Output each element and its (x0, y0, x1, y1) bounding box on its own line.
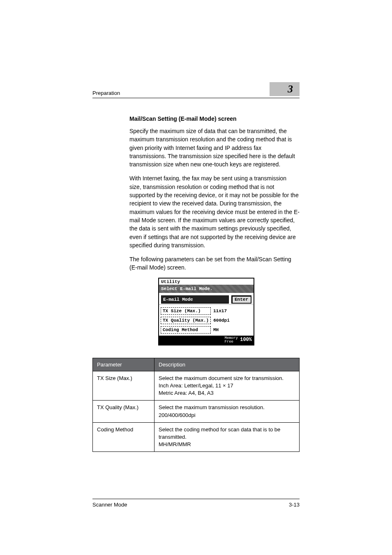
lcd-footer: Memory Free 100% (159, 336, 254, 345)
parameter-table: Parameter Description TX Size (Max.) Sel… (92, 358, 300, 452)
page-header: Preparation 3 (92, 82, 300, 98)
param-cell: TX Size (Max.) (93, 371, 154, 401)
table-row: TX Size (Max.) Select the maximum docume… (93, 371, 300, 401)
lcd-row: TX Size (Max.) 11x17 (161, 307, 252, 315)
lcd-banner: Select E-mail Mode. (159, 285, 254, 293)
tx-quality-value: 600dpi (211, 318, 230, 323)
header-section-name: Preparation (92, 90, 120, 96)
desc-cell: Select the coding method for scan data t… (154, 422, 300, 452)
lcd-mode-label: E-mail Mode (161, 295, 229, 304)
tx-size-button[interactable]: TX Size (Max.) (161, 307, 211, 315)
coding-method-value: MH (211, 327, 219, 332)
footer-page-number: 3-13 (289, 502, 300, 508)
enter-button[interactable]: Enter (231, 295, 251, 304)
lcd-title: Utility (159, 279, 254, 284)
desc-cell: Select the maximum transmission resoluti… (154, 401, 300, 422)
col-description: Description (154, 358, 300, 371)
table-row: Coding Method Select the coding method f… (93, 422, 300, 452)
lcd-body: TX Size (Max.) 11x17 TX Quality (Max.) 6… (159, 305, 254, 334)
col-parameter: Parameter (93, 358, 154, 371)
intro-paragraph-2: With Internet faxing, the fax may be sen… (129, 174, 300, 249)
tx-size-value: 11x17 (211, 309, 227, 313)
page-content: Preparation 3 Mail/Scan Setting (E-mail … (0, 0, 392, 452)
page-footer: Scanner Mode 3-13 (92, 499, 300, 508)
param-cell: Coding Method (93, 422, 154, 452)
lcd-row: TX Quality (Max.) 600dpi (161, 317, 252, 324)
lcd-row: Coding Method MH (161, 326, 252, 334)
memory-free-label: Memory Free (224, 336, 238, 344)
lcd-panel: Utility Select E-mail Mode. E-mail Mode … (158, 278, 254, 345)
intro-paragraph-3: The following parameters can be set from… (129, 255, 300, 272)
param-cell: TX Quality (Max.) (93, 401, 154, 422)
chapter-badge: 3 (270, 82, 300, 96)
chapter-number: 3 (288, 83, 295, 95)
section-heading: Mail/Scan Setting (E-mail Mode) screen (129, 115, 300, 122)
lcd-mode-row: E-mail Mode Enter (159, 293, 253, 305)
table-row: TX Quality (Max.) Select the maximum tra… (93, 401, 300, 422)
tx-quality-button[interactable]: TX Quality (Max.) (161, 317, 211, 324)
coding-method-button[interactable]: Coding Method (161, 326, 211, 334)
parameter-table-wrap: Parameter Description TX Size (Max.) Sel… (92, 358, 300, 452)
footer-title: Scanner Mode (92, 502, 127, 508)
memory-free-percent: 100% (240, 337, 252, 343)
intro-paragraph-1: Specify the maximum size of data that ca… (129, 127, 300, 168)
desc-cell: Select the maximum document size for tra… (154, 371, 300, 401)
